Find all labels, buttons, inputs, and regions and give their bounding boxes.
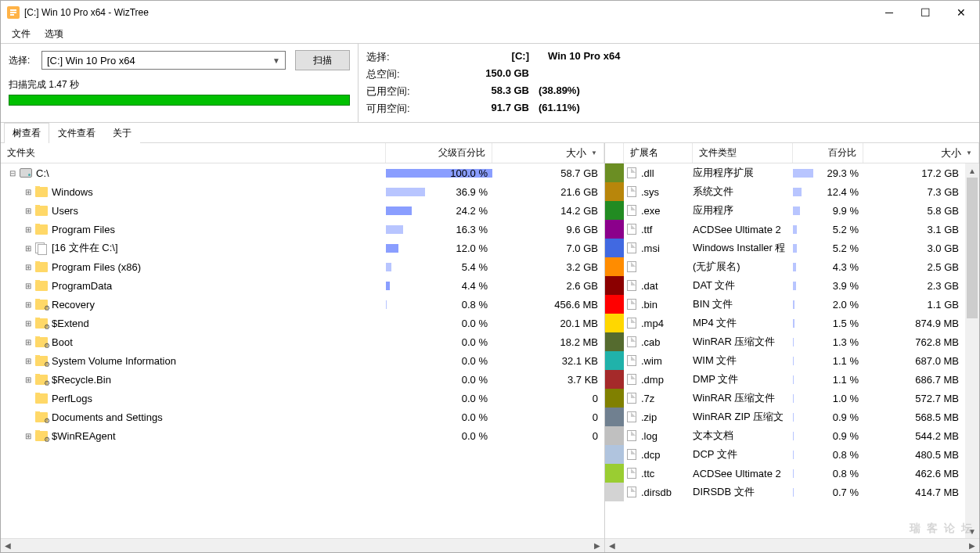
size-value: 0: [492, 411, 604, 423]
expander-icon[interactable]: ⊞: [23, 186, 34, 197]
ext-hscroll[interactable]: ◀ ▶: [605, 538, 979, 552]
color-swatch: [605, 370, 624, 389]
ext-row[interactable]: .dirsdbDIRSDB 文件0.7 %414.7 MB: [605, 483, 965, 501]
expander-icon[interactable]: ⊞: [23, 355, 34, 366]
col-size[interactable]: 大小▼: [492, 143, 604, 163]
tree-body[interactable]: ⊟C:\100.0 %58.7 GB⊞Windows36.9 %21.6 GB⊞…: [1, 163, 604, 538]
ext-row[interactable]: .wimWIM 文件1.1 %687.0 MB: [605, 351, 965, 370]
tab-about[interactable]: 关于: [104, 123, 140, 143]
top-panel: 选择: [C:] Win 10 Pro x64 ▼ 扫描 扫描完成 1.47 秒…: [1, 43, 979, 123]
close-button[interactable]: ✕: [943, 1, 979, 24]
tree-row[interactable]: ⊞Users24.2 %14.2 GB: [1, 201, 604, 220]
col-color[interactable]: [605, 143, 624, 163]
size-value: 0: [492, 430, 604, 442]
color-swatch: [605, 445, 624, 464]
ext-row[interactable]: .zipWinRAR ZIP 压缩文0.9 %568.5 MB: [605, 408, 965, 426]
scroll-right-icon[interactable]: ▶: [590, 539, 604, 553]
expander-icon[interactable]: ⊞: [23, 336, 34, 347]
ext-row[interactable]: .mp4MP4 文件1.5 %874.9 MB: [605, 314, 965, 332]
ext-row[interactable]: .log文本文档0.9 %544.2 MB: [605, 426, 965, 445]
ext-row[interactable]: .cabWinRAR 压缩文件1.3 %762.8 MB: [605, 332, 965, 351]
ext-name: .msi: [641, 242, 660, 254]
pct-value: 3.9 %: [833, 280, 859, 292]
ext-row[interactable]: .exe应用程序9.9 %5.8 GB: [605, 201, 965, 220]
tree-row[interactable]: ⊞Program Files (x86)5.4 %3.2 GB: [1, 257, 604, 276]
ext-row[interactable]: .dmpDMP 文件1.1 %686.7 MB: [605, 370, 965, 389]
col-pct-r[interactable]: 百分比: [793, 143, 863, 163]
tree-row[interactable]: ⊞[16 文件在 C:\]12.0 %7.0 GB: [1, 239, 604, 257]
file-icon: [625, 298, 638, 311]
ext-vscroll[interactable]: ▲ ▼: [965, 163, 979, 538]
tree-row[interactable]: ⊞$Extend0.0 %20.1 MB: [1, 314, 604, 332]
ext-row[interactable]: .sys系统文件12.4 %7.3 GB: [605, 182, 965, 201]
tree-row[interactable]: ⊟C:\100.0 %58.7 GB: [1, 163, 604, 182]
expander-icon[interactable]: ⊞: [23, 318, 34, 329]
ext-row[interactable]: .datDAT 文件3.9 %2.3 GB: [605, 276, 965, 295]
ext-row[interactable]: (无扩展名)4.3 %2.5 GB: [605, 257, 965, 276]
ext-name: .ttf: [641, 224, 652, 235]
files-icon: [35, 242, 48, 253]
tab-tree[interactable]: 树查看: [4, 123, 49, 143]
scroll-left-icon[interactable]: ◀: [605, 539, 619, 553]
ext-row[interactable]: .ttcACDSee Ultimate 20.8 %462.6 MB: [605, 464, 965, 483]
folder-icon: [35, 393, 48, 404]
ext-name: .zip: [641, 411, 657, 423]
file-icon: [625, 486, 638, 498]
tree-row[interactable]: ⊞ProgramData4.4 %2.6 GB: [1, 276, 604, 295]
ext-row[interactable]: .msiWindows Installer 程5.2 %3.0 GB: [605, 239, 965, 257]
expander-icon[interactable]: ⊞: [23, 224, 34, 235]
col-ext[interactable]: 扩展名: [624, 143, 693, 163]
system-folder-icon: [35, 375, 48, 385]
size-value: 2.3 GB: [863, 280, 965, 292]
tree-row[interactable]: ⊞System Volume Information0.0 %32.1 KB: [1, 351, 604, 370]
tab-file[interactable]: 文件查看: [49, 123, 104, 143]
scan-button[interactable]: 扫描: [295, 50, 350, 70]
expander-icon[interactable]: ⊞: [23, 205, 34, 216]
tree-hscroll[interactable]: ◀ ▶: [1, 538, 604, 552]
expander-icon[interactable]: ⊞: [23, 280, 34, 291]
pct-value: 0.0 %: [462, 355, 488, 367]
size-value: 2.6 GB: [492, 280, 604, 292]
tree-row[interactable]: ⊞Boot0.0 %18.2 MB: [1, 332, 604, 351]
col-size-r[interactable]: 大小▼: [863, 143, 979, 163]
menu-file[interactable]: 文件: [5, 25, 37, 43]
expander-icon[interactable]: ⊞: [23, 242, 34, 253]
col-pct[interactable]: 父级百分比: [386, 143, 492, 163]
ext-row[interactable]: .ttfACDSee Ultimate 25.2 %3.1 GB: [605, 220, 965, 239]
tree-row[interactable]: ⊞Windows36.9 %21.6 GB: [1, 182, 604, 201]
tree-row[interactable]: ⊞$WinREAgent0.0 %0: [1, 426, 604, 445]
scroll-up-icon[interactable]: ▲: [965, 163, 979, 178]
col-type[interactable]: 文件类型: [693, 143, 793, 163]
tree-row[interactable]: ⊞$Recycle.Bin0.0 %3.7 KB: [1, 370, 604, 389]
tree-row[interactable]: PerfLogs0.0 %0: [1, 389, 604, 408]
minimize-button[interactable]: ─: [871, 1, 907, 24]
tree-row[interactable]: ⊞Recovery0.8 %456.6 MB: [1, 295, 604, 314]
scroll-right-icon[interactable]: ▶: [965, 539, 979, 553]
ext-row[interactable]: .7zWinRAR 压缩文件1.0 %572.7 MB: [605, 389, 965, 408]
drive-dropdown[interactable]: [C:] Win 10 Pro x64 ▼: [41, 51, 286, 70]
expander-icon[interactable]: ⊞: [23, 299, 34, 310]
scroll-left-icon[interactable]: ◀: [1, 539, 15, 553]
expander-icon[interactable]: ⊞: [23, 430, 34, 441]
expander-icon[interactable]: ⊟: [7, 167, 18, 178]
ext-name: .dirsdb: [641, 487, 672, 498]
scroll-down-icon[interactable]: ▼: [965, 524, 979, 538]
ext-row[interactable]: .dll应用程序扩展29.3 %17.2 GB: [605, 163, 965, 182]
ext-row[interactable]: .binBIN 文件2.0 %1.1 GB: [605, 295, 965, 314]
expander-icon[interactable]: [23, 411, 34, 422]
expander-icon[interactable]: ⊞: [23, 261, 34, 272]
ext-row[interactable]: .dcpDCP 文件0.8 %480.5 MB: [605, 445, 965, 464]
ext-body[interactable]: .dll应用程序扩展29.3 %17.2 GB.sys系统文件12.4 %7.3…: [605, 163, 965, 538]
system-folder-icon: [35, 356, 48, 366]
system-folder-icon: [35, 318, 48, 329]
size-value: 7.3 GB: [863, 186, 965, 198]
tree-row[interactable]: Documents and Settings0.0 %0: [1, 408, 604, 426]
ext-name: .exe: [641, 205, 661, 217]
menu-options[interactable]: 选项: [38, 25, 70, 43]
maximize-button[interactable]: ☐: [907, 1, 943, 24]
expander-icon[interactable]: ⊞: [23, 374, 34, 385]
size-value: 58.7 GB: [492, 167, 604, 179]
tree-row[interactable]: ⊞Program Files16.3 %9.6 GB: [1, 220, 604, 239]
col-folder[interactable]: 文件夹: [1, 143, 386, 163]
expander-icon[interactable]: [23, 393, 34, 404]
